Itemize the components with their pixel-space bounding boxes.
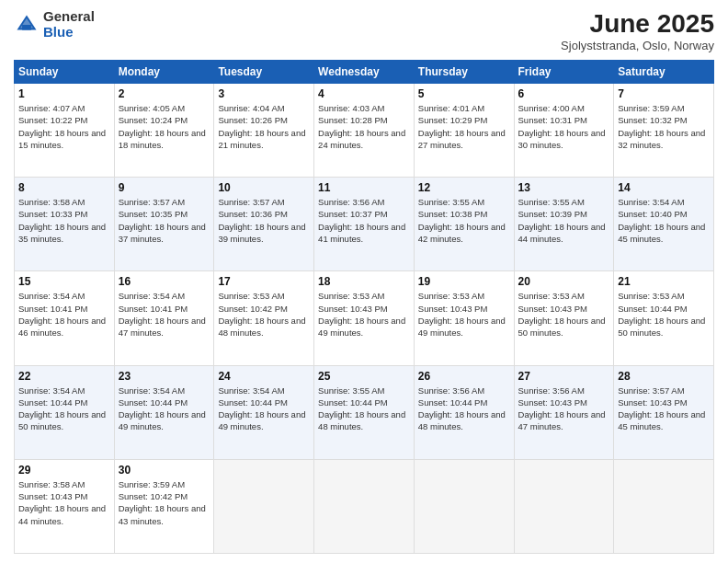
title-block: June 2025 Sjolyststranda, Oslo, Norway bbox=[561, 9, 714, 52]
cell-info: Sunrise: 4:03 AMSunset: 10:28 PMDaylight… bbox=[318, 103, 405, 150]
day-number: 29 bbox=[18, 464, 110, 477]
table-row: 15Sunrise: 3:54 AMSunset: 10:41 PMDaylig… bbox=[15, 271, 115, 365]
page: General Blue June 2025 Sjolyststranda, O… bbox=[0, 0, 728, 563]
day-number: 13 bbox=[518, 181, 610, 194]
day-number: 3 bbox=[218, 87, 310, 100]
logo-icon bbox=[14, 12, 40, 38]
cell-info: Sunrise: 3:54 AMSunset: 10:41 PMDaylight… bbox=[18, 291, 106, 338]
cell-info: Sunrise: 3:55 AMSunset: 10:39 PMDaylight… bbox=[518, 197, 606, 244]
cell-info: Sunrise: 3:53 AMSunset: 10:43 PMDaylight… bbox=[418, 291, 506, 338]
cell-info: Sunrise: 4:04 AMSunset: 10:26 PMDaylight… bbox=[218, 103, 305, 150]
day-number: 2 bbox=[119, 87, 210, 100]
table-row: 26Sunrise: 3:56 AMSunset: 10:44 PMDaylig… bbox=[414, 365, 514, 459]
col-saturday: Saturday bbox=[614, 61, 714, 84]
day-number: 4 bbox=[318, 87, 410, 100]
day-number: 14 bbox=[618, 181, 710, 194]
table-row: 29Sunrise: 3:58 AMSunset: 10:43 PMDaylig… bbox=[15, 459, 115, 553]
table-row: 1Sunrise: 4:07 AMSunset: 10:22 PMDayligh… bbox=[15, 84, 115, 178]
cell-info: Sunrise: 3:57 AMSunset: 10:43 PMDaylight… bbox=[618, 385, 705, 432]
table-row: 14Sunrise: 3:54 AMSunset: 10:40 PMDaylig… bbox=[614, 178, 714, 271]
cell-info: Sunrise: 3:53 AMSunset: 10:42 PMDaylight… bbox=[218, 291, 305, 338]
col-monday: Monday bbox=[114, 61, 214, 84]
cell-info: Sunrise: 3:59 AMSunset: 10:32 PMDaylight… bbox=[618, 103, 705, 150]
col-sunday: Sunday bbox=[15, 61, 115, 84]
calendar-title: June 2025 bbox=[561, 9, 714, 39]
calendar-week-3: 15Sunrise: 3:54 AMSunset: 10:41 PMDaylig… bbox=[15, 271, 714, 365]
day-number: 16 bbox=[119, 275, 210, 288]
day-number: 1 bbox=[18, 87, 110, 100]
table-row bbox=[514, 459, 614, 553]
day-number: 17 bbox=[218, 275, 310, 288]
table-row: 12Sunrise: 3:55 AMSunset: 10:38 PMDaylig… bbox=[414, 178, 514, 271]
day-number: 7 bbox=[618, 87, 710, 100]
table-row bbox=[614, 459, 714, 553]
table-row: 23Sunrise: 3:54 AMSunset: 10:44 PMDaylig… bbox=[114, 365, 214, 459]
day-number: 20 bbox=[518, 275, 610, 288]
table-row: 16Sunrise: 3:54 AMSunset: 10:41 PMDaylig… bbox=[114, 271, 214, 365]
cell-info: Sunrise: 3:54 AMSunset: 10:44 PMDaylight… bbox=[218, 385, 305, 432]
col-thursday: Thursday bbox=[414, 61, 514, 84]
day-number: 15 bbox=[18, 275, 110, 288]
day-number: 23 bbox=[119, 370, 210, 383]
table-row bbox=[314, 459, 415, 553]
table-row: 11Sunrise: 3:56 AMSunset: 10:37 PMDaylig… bbox=[314, 178, 415, 271]
table-row: 21Sunrise: 3:53 AMSunset: 10:44 PMDaylig… bbox=[614, 271, 714, 365]
table-row bbox=[414, 459, 514, 553]
cell-info: Sunrise: 3:56 AMSunset: 10:44 PMDaylight… bbox=[418, 385, 506, 432]
day-number: 30 bbox=[119, 464, 210, 477]
cell-info: Sunrise: 3:54 AMSunset: 10:40 PMDaylight… bbox=[618, 197, 705, 244]
col-tuesday: Tuesday bbox=[214, 61, 314, 84]
cell-info: Sunrise: 4:01 AMSunset: 10:29 PMDaylight… bbox=[418, 103, 506, 150]
cell-info: Sunrise: 4:00 AMSunset: 10:31 PMDaylight… bbox=[518, 103, 606, 150]
cell-info: Sunrise: 3:57 AMSunset: 10:36 PMDaylight… bbox=[218, 197, 305, 244]
table-row: 24Sunrise: 3:54 AMSunset: 10:44 PMDaylig… bbox=[214, 365, 314, 459]
logo-general-text: General bbox=[43, 9, 95, 25]
day-number: 6 bbox=[518, 87, 610, 100]
table-row: 7Sunrise: 3:59 AMSunset: 10:32 PMDayligh… bbox=[614, 84, 714, 178]
day-number: 12 bbox=[418, 181, 510, 194]
col-friday: Friday bbox=[514, 61, 614, 84]
table-row: 8Sunrise: 3:58 AMSunset: 10:33 PMDayligh… bbox=[15, 178, 115, 271]
day-number: 18 bbox=[318, 275, 410, 288]
table-row: 10Sunrise: 3:57 AMSunset: 10:36 PMDaylig… bbox=[214, 178, 314, 271]
cell-info: Sunrise: 3:55 AMSunset: 10:44 PMDaylight… bbox=[318, 385, 405, 432]
cell-info: Sunrise: 3:53 AMSunset: 10:43 PMDaylight… bbox=[518, 291, 606, 338]
day-number: 5 bbox=[418, 87, 510, 100]
table-row: 27Sunrise: 3:56 AMSunset: 10:43 PMDaylig… bbox=[514, 365, 614, 459]
day-number: 8 bbox=[18, 181, 110, 194]
cell-info: Sunrise: 4:07 AMSunset: 10:22 PMDaylight… bbox=[18, 103, 106, 150]
table-row: 4Sunrise: 4:03 AMSunset: 10:28 PMDayligh… bbox=[314, 84, 415, 178]
day-number: 28 bbox=[618, 370, 710, 383]
calendar-header-row: Sunday Monday Tuesday Wednesday Thursday… bbox=[15, 61, 714, 84]
col-wednesday: Wednesday bbox=[314, 61, 415, 84]
table-row: 30Sunrise: 3:59 AMSunset: 10:42 PMDaylig… bbox=[114, 459, 214, 553]
day-number: 19 bbox=[418, 275, 510, 288]
day-number: 22 bbox=[18, 370, 110, 383]
table-row: 6Sunrise: 4:00 AMSunset: 10:31 PMDayligh… bbox=[514, 84, 614, 178]
table-row: 19Sunrise: 3:53 AMSunset: 10:43 PMDaylig… bbox=[414, 271, 514, 365]
table-row: 28Sunrise: 3:57 AMSunset: 10:43 PMDaylig… bbox=[614, 365, 714, 459]
logo: General Blue bbox=[14, 9, 95, 40]
table-row bbox=[214, 459, 314, 553]
table-row: 20Sunrise: 3:53 AMSunset: 10:43 PMDaylig… bbox=[514, 271, 614, 365]
cell-info: Sunrise: 3:59 AMSunset: 10:42 PMDaylight… bbox=[119, 479, 206, 526]
table-row: 5Sunrise: 4:01 AMSunset: 10:29 PMDayligh… bbox=[414, 84, 514, 178]
calendar-week-5: 29Sunrise: 3:58 AMSunset: 10:43 PMDaylig… bbox=[15, 459, 714, 553]
day-number: 25 bbox=[318, 370, 410, 383]
day-number: 10 bbox=[218, 181, 310, 194]
table-row: 13Sunrise: 3:55 AMSunset: 10:39 PMDaylig… bbox=[514, 178, 614, 271]
day-number: 26 bbox=[418, 370, 510, 383]
calendar-week-4: 22Sunrise: 3:54 AMSunset: 10:44 PMDaylig… bbox=[15, 365, 714, 459]
table-row: 18Sunrise: 3:53 AMSunset: 10:43 PMDaylig… bbox=[314, 271, 415, 365]
cell-info: Sunrise: 3:53 AMSunset: 10:43 PMDaylight… bbox=[318, 291, 405, 338]
table-row: 25Sunrise: 3:55 AMSunset: 10:44 PMDaylig… bbox=[314, 365, 415, 459]
logo-blue-text: Blue bbox=[43, 25, 95, 40]
cell-info: Sunrise: 3:55 AMSunset: 10:38 PMDaylight… bbox=[418, 197, 506, 244]
calendar-week-1: 1Sunrise: 4:07 AMSunset: 10:22 PMDayligh… bbox=[15, 84, 714, 178]
table-row: 2Sunrise: 4:05 AMSunset: 10:24 PMDayligh… bbox=[114, 84, 214, 178]
cell-info: Sunrise: 3:54 AMSunset: 10:41 PMDaylight… bbox=[119, 291, 206, 338]
cell-info: Sunrise: 3:54 AMSunset: 10:44 PMDaylight… bbox=[119, 385, 206, 432]
day-number: 21 bbox=[618, 275, 710, 288]
day-number: 24 bbox=[218, 370, 310, 383]
cell-info: Sunrise: 3:56 AMSunset: 10:43 PMDaylight… bbox=[518, 385, 606, 432]
